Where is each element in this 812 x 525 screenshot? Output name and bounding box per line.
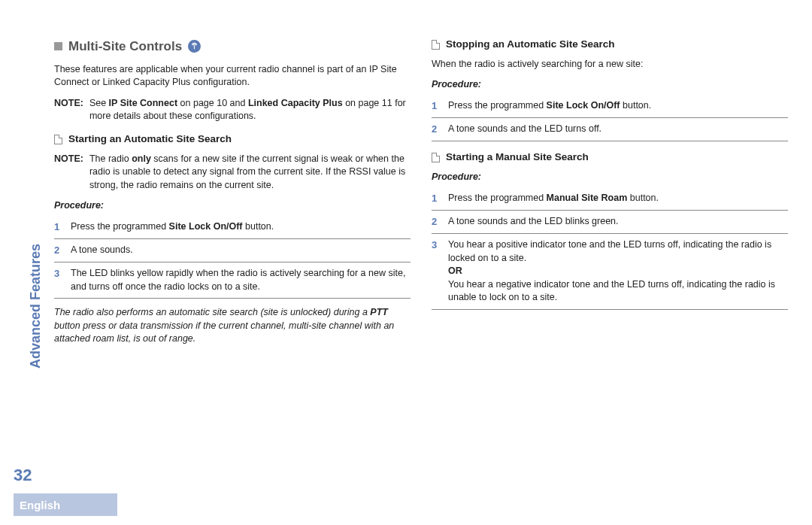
step-body: A tone sounds and the LED turns off. xyxy=(448,123,788,136)
procedure-step: 1 Press the programmed Manual Site Roam … xyxy=(432,187,788,211)
page-number: 32 xyxy=(14,464,32,487)
procedure-step: 3 You hear a positive indicator tone and… xyxy=(432,234,788,310)
subheading-text: Stopping an Automatic Site Search xyxy=(446,38,615,52)
note-2: NOTE: The radio only scans for a new sit… xyxy=(54,153,411,193)
procedure-label: Procedure: xyxy=(432,171,788,184)
step-body: A tone sounds and the LED blinks green. xyxy=(448,215,788,229)
step-body: The LED blinks yellow rapidly when the r… xyxy=(71,267,411,293)
procedure-label: Procedure: xyxy=(432,78,788,92)
square-bullet-icon xyxy=(54,42,62,50)
manual-page: Advanced Features 32 English Multi-Site … xyxy=(0,0,812,525)
intro-text: When the radio is actively searching for… xyxy=(432,58,788,71)
procedure-step: 2 A tone sounds. xyxy=(54,239,411,262)
right-column: Stopping an Automatic Site Search When t… xyxy=(432,38,788,354)
step-body: You hear a positive indicator tone and t… xyxy=(448,238,788,305)
italic-note: The radio also performs an automatic sit… xyxy=(54,306,411,346)
step-body: Press the programmed Site Lock On/Off bu… xyxy=(448,99,788,113)
note-body: See IP Site Connect on page 10 and Linke… xyxy=(89,97,411,123)
main-heading-text: Multi-Site Controls xyxy=(68,38,182,56)
language-footer: English xyxy=(14,493,117,516)
step-number: 1 xyxy=(432,192,441,205)
step-number: 2 xyxy=(54,244,63,257)
note-body: The radio only scans for a new site if t… xyxy=(89,153,411,193)
step-number: 3 xyxy=(54,267,63,293)
step-number: 2 xyxy=(432,215,441,229)
step-body: Press the programmed Manual Site Roam bu… xyxy=(448,192,788,205)
procedure-step: 1 Press the programmed Site Lock On/Off … xyxy=(432,95,788,118)
step-number: 1 xyxy=(54,220,63,234)
document-icon xyxy=(54,135,62,144)
left-column: Multi-Site Controls These features are a… xyxy=(54,38,411,354)
procedure-step: 1 Press the programmed Site Lock On/Off … xyxy=(54,216,411,239)
step-number: 1 xyxy=(432,99,441,113)
procedure-step: 3 The LED blinks yellow rapidly when the… xyxy=(54,262,411,299)
step-number: 3 xyxy=(432,238,441,305)
antenna-icon xyxy=(188,40,201,53)
subheading-auto-start: Starting an Automatic Site Search xyxy=(54,132,411,147)
step-body: A tone sounds. xyxy=(71,244,411,257)
section-tab-label: Advanced Features xyxy=(26,244,45,369)
document-icon xyxy=(432,153,440,162)
subheading-text: Starting a Manual Site Search xyxy=(446,150,589,165)
intro-text: These features are applicable when your … xyxy=(54,63,411,90)
main-heading: Multi-Site Controls xyxy=(54,38,411,56)
note-label: NOTE: xyxy=(54,97,83,123)
document-icon xyxy=(432,40,440,50)
note-1: NOTE: See IP Site Connect on page 10 and… xyxy=(54,97,411,123)
procedure-label: Procedure: xyxy=(54,199,411,213)
step-body: Press the programmed Site Lock On/Off bu… xyxy=(71,220,411,234)
content-columns: Multi-Site Controls These features are a… xyxy=(54,38,788,354)
subheading-manual-start: Starting a Manual Site Search xyxy=(432,150,788,165)
subheading-auto-stop: Stopping an Automatic Site Search xyxy=(432,38,788,52)
procedure-step: 2 A tone sounds and the LED blinks green… xyxy=(432,211,788,234)
step-number: 2 xyxy=(432,123,441,136)
procedure-step: 2 A tone sounds and the LED turns off. xyxy=(432,118,788,141)
note-label: NOTE: xyxy=(54,153,83,193)
subheading-text: Starting an Automatic Site Search xyxy=(68,132,232,147)
